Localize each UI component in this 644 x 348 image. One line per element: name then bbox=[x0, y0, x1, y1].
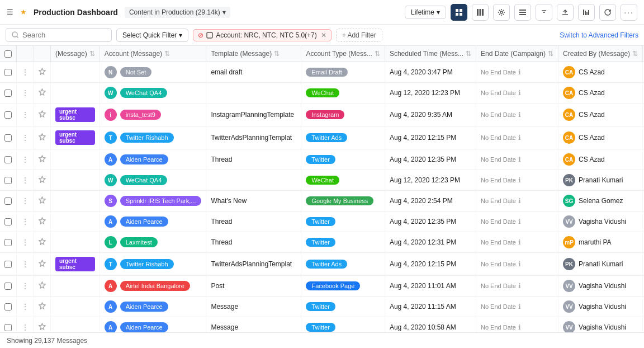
row-checkbox-2[interactable] bbox=[4, 111, 12, 119]
row-created-by: VV Vagisha Vidushi bbox=[558, 297, 643, 317]
select-all-checkbox[interactable] bbox=[4, 50, 12, 58]
row-checkbox-9[interactable] bbox=[4, 261, 12, 268]
lifetime-button[interactable]: Lifetime ▾ bbox=[405, 6, 446, 19]
table-row: ⋮ W WeChat QA4 WeChatAug 12, 2020 12:23 … bbox=[0, 83, 644, 104]
svg-rect-5 bbox=[480, 9, 481, 16]
row-message: urgent subsc bbox=[51, 253, 100, 276]
search-input[interactable] bbox=[22, 31, 95, 39]
end-date-info-icon[interactable]: ℹ bbox=[518, 323, 521, 331]
row-checkbox-0[interactable] bbox=[4, 69, 12, 76]
row-dots[interactable]: ⋮ bbox=[17, 232, 34, 253]
row-dots[interactable]: ⋮ bbox=[17, 170, 34, 191]
row-checkbox-4[interactable] bbox=[4, 156, 12, 163]
row-dots[interactable]: ⋮ bbox=[17, 104, 34, 126]
end-date-info-icon[interactable]: ℹ bbox=[518, 68, 521, 76]
th-end-date[interactable]: End Date (Campaign)⇅ bbox=[476, 46, 558, 62]
row-account[interactable]: L Laxmitest bbox=[100, 232, 206, 253]
row-account[interactable]: i insta_test9 bbox=[100, 104, 206, 126]
th-scheduled[interactable]: Scheduled Time (Mess...⇅ bbox=[385, 46, 476, 62]
refresh-button[interactable] bbox=[599, 4, 616, 21]
row-dots[interactable]: ⋮ bbox=[17, 211, 34, 232]
row-account[interactable]: A Aiden Pearce bbox=[100, 149, 206, 170]
row-dots[interactable]: ⋮ bbox=[17, 126, 34, 149]
row-pin-icon bbox=[34, 211, 51, 232]
row-dots[interactable]: ⋮ bbox=[17, 253, 34, 276]
row-checkbox-5[interactable] bbox=[4, 177, 12, 184]
row-account[interactable]: A Aiden Pearce bbox=[100, 317, 206, 333]
row-dots[interactable]: ⋮ bbox=[17, 83, 34, 104]
row-dots[interactable]: ⋮ bbox=[17, 62, 34, 83]
more-options-button[interactable]: ··· bbox=[621, 4, 637, 21]
row-account[interactable]: T Twitter Rishabh bbox=[100, 253, 206, 276]
settings-button[interactable] bbox=[493, 4, 510, 21]
row-checkbox-6[interactable] bbox=[4, 197, 12, 205]
end-date-info-icon[interactable]: ℹ bbox=[518, 282, 521, 290]
end-date-info-icon[interactable]: ℹ bbox=[518, 197, 521, 205]
row-dots[interactable]: ⋮ bbox=[17, 149, 34, 170]
sort-button[interactable] bbox=[536, 4, 552, 21]
row-account[interactable]: N Not Set bbox=[100, 62, 206, 83]
table-row: ⋮ A Airtel India Bangalore PostFacebook … bbox=[0, 276, 644, 297]
row-checkbox-12[interactable] bbox=[4, 324, 12, 331]
filter-chip-remove[interactable]: ✕ bbox=[321, 31, 326, 39]
end-date-info-icon[interactable]: ℹ bbox=[518, 156, 521, 163]
th-template[interactable]: Template (Message)⇅ bbox=[206, 46, 301, 62]
row-checkbox-10[interactable] bbox=[4, 283, 12, 290]
end-date-info-icon[interactable]: ℹ bbox=[518, 134, 521, 142]
row-end-date: No End Dateℹ bbox=[476, 211, 558, 232]
rows-button[interactable] bbox=[514, 4, 531, 21]
row-message bbox=[51, 317, 100, 333]
row-dots[interactable]: ⋮ bbox=[17, 191, 34, 211]
upload-button[interactable] bbox=[557, 4, 574, 21]
end-date-info-icon[interactable]: ℹ bbox=[518, 303, 521, 311]
row-created-by: SG Selena Gomez bbox=[558, 191, 643, 211]
row-scheduled: Aug 4, 2020 11:01 AM bbox=[385, 276, 476, 297]
th-created-by[interactable]: Created By (Message)⇅ bbox=[558, 46, 643, 62]
row-account[interactable]: W WeChat QA4 bbox=[100, 170, 206, 191]
row-dots[interactable]: ⋮ bbox=[17, 276, 34, 297]
end-date-info-icon[interactable]: ℹ bbox=[518, 111, 521, 119]
row-checkbox-3[interactable] bbox=[4, 134, 12, 142]
end-date-info-icon[interactable]: ℹ bbox=[518, 218, 521, 225]
row-message bbox=[51, 62, 100, 83]
row-account[interactable]: A Airtel India Bangalore bbox=[100, 276, 206, 297]
filter-bar: Select Quick Filter ▾ ⊘ Account: NRC, NT… bbox=[0, 25, 644, 46]
end-date-info-icon[interactable]: ℹ bbox=[518, 238, 521, 246]
row-template bbox=[206, 83, 301, 104]
th-message[interactable]: (Message)⇅ bbox=[51, 46, 100, 62]
bars-button[interactable] bbox=[578, 4, 595, 21]
search-box[interactable] bbox=[6, 28, 112, 42]
row-account-type: Twitter bbox=[301, 149, 385, 170]
row-checkbox-8[interactable] bbox=[4, 239, 12, 246]
th-account[interactable]: Account (Message)⇅ bbox=[100, 46, 206, 62]
row-account[interactable]: W WeChat QA4 bbox=[100, 83, 206, 104]
row-account[interactable]: T Twitter Rishabh bbox=[100, 126, 206, 149]
row-created-by: CA CS Azad bbox=[558, 149, 643, 170]
add-filter-button[interactable]: + Add Filter bbox=[336, 29, 382, 42]
grid-view-button[interactable] bbox=[451, 4, 467, 21]
th-account-type[interactable]: Account Type (Mess...⇅ bbox=[301, 46, 385, 62]
row-account[interactable]: A Aiden Pearce bbox=[100, 211, 206, 232]
row-scheduled: Aug 4, 2020 3:47 PM bbox=[385, 62, 476, 83]
content-badge[interactable]: Content in Production (29.14k) ▾ bbox=[125, 7, 230, 18]
row-template: Thread bbox=[206, 211, 301, 232]
star-icon[interactable]: ★ bbox=[20, 8, 27, 16]
row-dots[interactable]: ⋮ bbox=[17, 297, 34, 317]
table-row: ⋮ A Aiden Pearce MessageTwitterAug 4, 20… bbox=[0, 317, 644, 333]
end-date-info-icon[interactable]: ℹ bbox=[518, 89, 521, 97]
row-account[interactable]: S Sprinklr IRIS Tech Park,... bbox=[100, 191, 206, 211]
menu-icon[interactable]: ☰ bbox=[7, 8, 13, 16]
end-date-info-icon[interactable]: ℹ bbox=[518, 260, 521, 268]
row-end-date: No End Dateℹ bbox=[476, 104, 558, 126]
row-account-type: Twitter bbox=[301, 297, 385, 317]
columns-view-button[interactable] bbox=[472, 4, 489, 21]
row-checkbox-11[interactable] bbox=[4, 303, 12, 311]
row-template: TwitterAdsPlanningTemplat bbox=[206, 253, 301, 276]
row-account[interactable]: A Aiden Pearce bbox=[100, 297, 206, 317]
row-checkbox-7[interactable] bbox=[4, 218, 12, 225]
quick-filter-button[interactable]: Select Quick Filter ▾ bbox=[116, 29, 188, 42]
row-dots[interactable]: ⋮ bbox=[17, 317, 34, 333]
row-checkbox-1[interactable] bbox=[4, 90, 12, 97]
end-date-info-icon[interactable]: ℹ bbox=[518, 176, 521, 184]
advanced-filters-link[interactable]: Switch to Advanced Filters bbox=[560, 31, 638, 39]
